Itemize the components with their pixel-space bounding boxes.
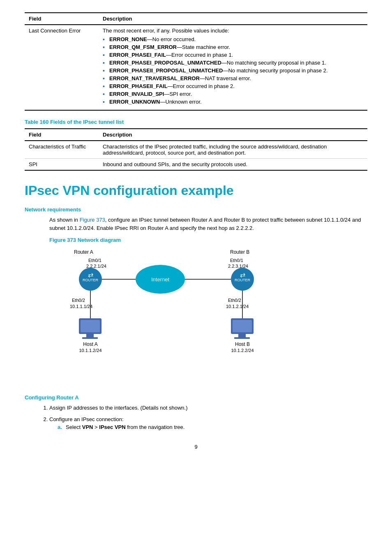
steps-list: Assign IP addresses to the interfaces. (…	[49, 404, 367, 431]
list-item: ERROR_PHASEI_FAIL—Error occurred in phas…	[103, 51, 363, 59]
figure-373-link[interactable]: Figure 373	[80, 217, 105, 223]
router-b-arrows: ⇄	[240, 271, 245, 278]
error-desc: —NAT traversal error.	[200, 75, 251, 81]
host-b-base	[234, 337, 250, 339]
host-b-stand	[238, 334, 246, 337]
host-a-screen-inner	[81, 320, 100, 332]
host-a-ip: 10.1.1.2/24	[79, 348, 101, 353]
router-b-text: ROUTER	[235, 278, 251, 282]
step2a-prefix: Select	[66, 424, 82, 430]
field-cell: SPI	[25, 159, 99, 171]
table2-header-description: Description	[99, 129, 367, 141]
step2a-bold1: VPN	[82, 424, 93, 430]
page-title: IPsec VPN configuration example	[25, 183, 367, 198]
table2-caption: Table 160 Fields of the IPsec tunnel lis…	[25, 119, 367, 125]
body-text-part1: As shown in	[49, 217, 80, 223]
router-a-arrows: ⇄	[88, 271, 93, 278]
table-row: SPI Inbound and outbound SPIs, and the s…	[25, 159, 367, 171]
eth01-b-label: Eth0/1	[230, 258, 243, 263]
diagram-svg: Router A Eth0/1 2.2.2.1/24 ROUTER ⇄ Inte…	[49, 246, 288, 386]
error-list: ERROR_NONE—No error occurred. ERROR_QM_F…	[103, 35, 363, 106]
ip-b1-label: 2.2.3.1/24	[228, 264, 248, 269]
ip-a2-label: 10.1.1.1/24	[70, 304, 92, 309]
eth01-a-label: Eth0/1	[88, 258, 101, 263]
table-row: Last Connection Error The most recent er…	[25, 25, 367, 110]
list-item: ERROR_QM_FSM_ERROR—State machine error.	[103, 43, 363, 51]
error-desc: —Error occurred in phase 1.	[166, 52, 233, 58]
error-code: ERROR_PHASEI_FAIL	[109, 52, 166, 58]
field-cell: Characteristics of Traffic	[25, 141, 99, 159]
step2a-suffix: from the navigation tree.	[126, 424, 185, 430]
table-last-connection-error: Field Description Last Connection Error …	[25, 12, 367, 111]
router-b-label: Router B	[230, 249, 249, 255]
error-desc: —No error occurred.	[147, 36, 196, 42]
error-desc: —State machine error.	[177, 44, 230, 50]
error-desc: —No matching security proposal in phase …	[221, 60, 326, 66]
error-code: ERROR_NONE	[109, 36, 147, 42]
error-code: ERROR_PHASEII_PROPOSAL_UNMATCHED	[109, 67, 223, 74]
list-item: ERROR_NONE—No error occurred.	[103, 35, 363, 43]
internet-label: Internet	[151, 276, 169, 283]
list-item: ERROR_INVALID_SPI—SPI error.	[103, 90, 363, 98]
step-2a: Select VPN > IPsec VPN from the navigati…	[58, 423, 367, 431]
error-code: ERROR_INVALID_SPI	[109, 91, 164, 97]
host-a-base	[82, 337, 98, 339]
error-code: ERROR_QM_FSM_ERROR	[109, 44, 177, 50]
sub-steps: Select VPN > IPsec VPN from the navigati…	[58, 423, 367, 431]
network-requirements-body: As shown in Figure 373, configure an IPs…	[49, 216, 367, 232]
table-ipsec-tunnel-list: Field Description Characteristics of Tra…	[25, 128, 367, 171]
list-item: ERROR_PHASEII_PROPOSAL_UNMATCHED—No matc…	[103, 67, 363, 74]
error-code: ERROR_PHASEI_PROPOSAL_UNMATCHED	[109, 60, 221, 66]
host-b-label: Host B	[235, 341, 250, 347]
ip-b2-label: 10.1.2.1/24	[226, 304, 249, 309]
eth02-b-label: Eth0/2	[228, 298, 241, 303]
description-cell: Characteristics of the IPsec protected t…	[99, 141, 367, 159]
error-desc: —SPI error.	[164, 91, 192, 97]
table2-header-field: Field	[25, 129, 99, 141]
host-a-stand	[86, 334, 94, 337]
router-a-text: ROUTER	[83, 278, 99, 282]
page-number: 9	[25, 444, 367, 450]
figure-373-label: Figure 373 Network diagram	[49, 237, 367, 243]
configuring-router-heading: Configuring Router A	[25, 394, 367, 401]
error-code: ERROR_PHASEII_FAIL	[109, 83, 168, 89]
network-requirements-heading: Network requirements	[25, 206, 367, 213]
error-code: ERROR_UNKNOWN	[109, 99, 160, 105]
description-cell: The most recent error, if any. Possible …	[99, 25, 367, 110]
error-desc: —No matching security proposal in phase …	[223, 67, 327, 74]
step-2: Configure an IPsec connection: Select VP…	[49, 415, 367, 431]
network-diagram: Router A Eth0/1 2.2.2.1/24 ROUTER ⇄ Inte…	[49, 246, 367, 386]
step2-text: Configure an IPsec connection:	[49, 416, 124, 422]
description-intro: The most recent error, if any. Possible …	[103, 28, 229, 34]
error-code: ERROR_NAT_TRAVERSAL_ERROR	[109, 75, 200, 81]
table-row: Characteristics of Traffic Characteristi…	[25, 141, 367, 159]
router-a-label: Router A	[74, 249, 93, 255]
error-desc: —Unknown error.	[160, 99, 202, 105]
step-1: Assign IP addresses to the interfaces. (…	[49, 404, 367, 412]
error-desc: —Error occurred in phase 2.	[168, 83, 235, 89]
list-item: ERROR_NAT_TRAVERSAL_ERROR—NAT traversal …	[103, 74, 363, 82]
host-a-label: Host A	[83, 341, 97, 347]
host-b-screen-inner	[233, 320, 252, 332]
eth02-a-label: Eth0/2	[72, 298, 85, 303]
table-header-description: Description	[99, 13, 367, 25]
list-item: ERROR_PHASEII_FAIL—Error occurred in pha…	[103, 82, 363, 90]
table-header-field: Field	[25, 13, 99, 25]
list-item: ERROR_UNKNOWN—Unknown error.	[103, 98, 363, 106]
description-cell: Inbound and outbound SPIs, and the secur…	[99, 159, 367, 171]
list-item: ERROR_PHASEI_PROPOSAL_UNMATCHED—No match…	[103, 59, 363, 67]
field-cell: Last Connection Error	[25, 25, 99, 110]
step2a-bold2: IPsec VPN	[99, 424, 125, 430]
step2a-mid: >	[93, 424, 99, 430]
host-b-ip: 10.1.2.2/24	[231, 348, 254, 353]
